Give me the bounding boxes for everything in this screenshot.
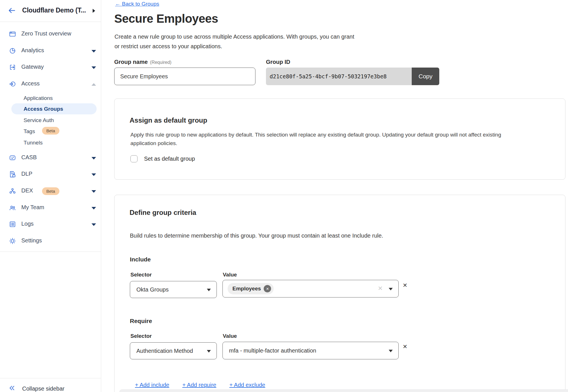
sidebar-item-zero-trust-overview[interactable]: Zero Trust overview bbox=[0, 30, 101, 38]
dlp-icon bbox=[9, 170, 16, 178]
back-arrow-icon[interactable] bbox=[8, 7, 16, 15]
group-id-value: d21ce80f-5a25-4bcf-9b07-5032197e3be8 bbox=[266, 68, 412, 85]
sidebar-item-label: My Team bbox=[21, 204, 44, 211]
chip-remove-icon[interactable]: ✕ bbox=[264, 285, 271, 292]
sidebar-item-access-groups[interactable]: Access Groups bbox=[11, 103, 97, 114]
sidebar-item-applications[interactable]: Applications bbox=[0, 93, 101, 104]
gear-icon bbox=[9, 237, 16, 245]
chevron-down-icon[interactable] bbox=[389, 288, 393, 290]
sidebar: Cloudflare Demo (T... Zero Trust overvie… bbox=[0, 0, 101, 392]
group-name-label: Group name(Required) bbox=[114, 59, 171, 65]
sidebar-item-casb[interactable]: CASB bbox=[0, 154, 101, 162]
require-value-label: Value bbox=[223, 333, 237, 339]
sidebar-header: Cloudflare Demo (T... bbox=[0, 0, 101, 22]
chevron-down-icon[interactable] bbox=[91, 50, 96, 53]
require-value-dropdown[interactable]: mfa - multiple-factor authentication bbox=[222, 342, 399, 359]
include-heading: Include bbox=[130, 256, 151, 263]
sidebar-item-dex[interactable]: DEX Beta bbox=[0, 187, 101, 195]
require-selector-dropdown[interactable]: Authentication Method bbox=[130, 342, 217, 359]
sidebar-item-logs[interactable]: Logs bbox=[0, 220, 101, 229]
add-exclude-link[interactable]: + Add exclude bbox=[229, 382, 265, 388]
include-value-label: Value bbox=[223, 272, 237, 278]
include-selector-label: Selector bbox=[130, 272, 152, 278]
gateway-icon bbox=[9, 63, 16, 71]
include-selector-dropdown[interactable]: Okta Groups bbox=[130, 281, 217, 298]
sidebar-item-label: DLP bbox=[21, 171, 32, 177]
add-rule-links: + Add include + Add require + Add exclud… bbox=[135, 382, 265, 388]
sidebar-item-tunnels[interactable]: Tunnels bbox=[0, 137, 101, 148]
sidebar-subitem-label: Applications bbox=[24, 95, 53, 101]
analytics-icon bbox=[9, 47, 16, 55]
zero-trust-dashboard: Cloudflare Demo (T... Zero Trust overvie… bbox=[0, 0, 568, 392]
chevron-down-icon bbox=[389, 350, 393, 352]
require-selector-value: Authentication Method bbox=[136, 348, 193, 354]
sidebar-subitem-label: Tags bbox=[24, 128, 35, 135]
copy-button[interactable]: Copy bbox=[412, 68, 439, 85]
include-value-multiselect[interactable]: Employees ✕ ✕ bbox=[222, 280, 399, 297]
include-selector-value: Okta Groups bbox=[136, 286, 168, 293]
default-group-card: Assign as default group Apply this rule … bbox=[114, 98, 565, 180]
required-hint: (Required) bbox=[150, 60, 172, 65]
page-title: Secure Employees bbox=[114, 12, 218, 26]
account-expand-icon[interactable] bbox=[93, 9, 95, 13]
chevron-down-icon[interactable] bbox=[91, 190, 96, 193]
chevron-down-icon[interactable] bbox=[91, 157, 96, 160]
group-name-input[interactable] bbox=[114, 68, 255, 85]
dex-icon bbox=[9, 187, 16, 195]
sidebar-item-dlp[interactable]: DLP bbox=[0, 170, 101, 179]
sidebar-subitem-label: Tunnels bbox=[24, 140, 43, 146]
add-include-link[interactable]: + Add include bbox=[135, 382, 169, 388]
sidebar-divider bbox=[0, 251, 101, 252]
chevron-down-icon[interactable] bbox=[91, 207, 96, 209]
page-description: Create a new rule group to use across mu… bbox=[115, 32, 354, 51]
criteria-card: Define group criteria Build rules to det… bbox=[114, 195, 565, 392]
sidebar-item-my-team[interactable]: My Team bbox=[0, 204, 101, 212]
chevron-up-icon[interactable] bbox=[91, 83, 96, 86]
add-require-link[interactable]: + Add require bbox=[182, 382, 217, 388]
remove-include-rule-icon[interactable]: ✕ bbox=[403, 282, 407, 289]
sidebar-item-label: Settings bbox=[21, 237, 42, 244]
sidebar-item-label: CASB bbox=[21, 154, 37, 161]
chevron-down-icon[interactable] bbox=[91, 223, 96, 226]
sidebar-item-service-auth[interactable]: Service Auth bbox=[0, 115, 101, 126]
sidebar-item-label: Analytics bbox=[21, 47, 44, 54]
main-content: ← Back to Groups Secure Employees Create… bbox=[101, 0, 568, 392]
sidebar-item-label: Access bbox=[21, 80, 39, 87]
set-default-group-label: Set as default group bbox=[144, 156, 195, 162]
chevron-down-icon[interactable] bbox=[91, 173, 96, 176]
sidebar-item-label: Zero Trust overview bbox=[21, 30, 71, 37]
sidebar-item-label: DEX bbox=[21, 187, 33, 194]
sidebar-item-tags[interactable]: Tags Beta bbox=[0, 126, 101, 137]
require-heading: Require bbox=[130, 318, 152, 324]
chevron-down-icon[interactable] bbox=[91, 66, 96, 69]
default-group-card-title: Assign as default group bbox=[130, 116, 207, 124]
sidebar-item-access[interactable]: Access bbox=[0, 80, 101, 88]
page-description-line: Create a new rule group to use across mu… bbox=[115, 32, 354, 41]
sidebar-subitem-label: Service Auth bbox=[24, 117, 54, 123]
require-value-value: mfa - multiple-factor authentication bbox=[229, 347, 316, 354]
back-to-groups-link[interactable]: ← Back to Groups bbox=[115, 1, 159, 7]
chevron-down-icon bbox=[207, 350, 211, 353]
account-name[interactable]: Cloudflare Demo (T... bbox=[22, 7, 86, 14]
logs-icon bbox=[9, 220, 16, 228]
value-chip-label: Employees bbox=[232, 286, 261, 292]
sidebar-item-analytics[interactable]: Analytics bbox=[0, 47, 101, 55]
clear-values-icon[interactable]: ✕ bbox=[378, 285, 383, 292]
sidebar-item-label: Gateway bbox=[21, 64, 44, 70]
page-description-line: or restrict user access to your applicat… bbox=[115, 41, 354, 51]
sidebar-subitem-label: Access Groups bbox=[24, 106, 63, 112]
group-name-label-text: Group name bbox=[114, 59, 148, 65]
sidebar-item-gateway[interactable]: Gateway bbox=[0, 63, 101, 72]
remove-require-rule-icon[interactable]: ✕ bbox=[403, 343, 407, 350]
sidebar-item-settings[interactable]: Settings bbox=[0, 237, 101, 245]
collapse-sidebar-label: Collapse sidebar bbox=[22, 385, 65, 392]
set-default-group-checkbox[interactable] bbox=[130, 155, 138, 162]
sidebar-footer-divider bbox=[0, 378, 101, 378]
collapse-sidebar-button[interactable]: Collapse sidebar bbox=[0, 383, 101, 392]
sticky-footer-edge bbox=[119, 389, 568, 392]
access-icon bbox=[9, 80, 16, 88]
casb-icon bbox=[9, 154, 16, 162]
set-default-group-checkbox-row[interactable]: Set as default group bbox=[130, 155, 195, 162]
overview-icon bbox=[9, 30, 16, 38]
default-group-card-description: Apply this rule group to new application… bbox=[130, 131, 501, 148]
